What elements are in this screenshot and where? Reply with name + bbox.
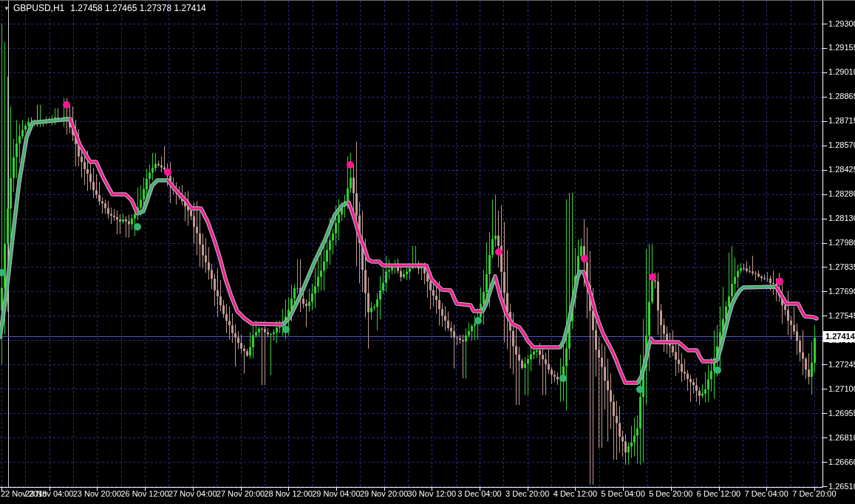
time-scale-label: 27 Nov 04:00 bbox=[168, 489, 217, 498]
time-scale-label: 26 Nov 12:00 bbox=[120, 489, 168, 498]
price-scale-label: 1.28570 bbox=[828, 140, 855, 149]
price-scale[interactable]: 1.293001.291551.290101.288651.287151.285… bbox=[827, 1, 855, 487]
chart-plot-area[interactable] bbox=[0, 1, 855, 504]
time-scale-label: 5 Dec 20:00 bbox=[649, 489, 692, 498]
price-scale-label: 1.27100 bbox=[828, 384, 855, 393]
time-scale-label: 29 Nov 20:00 bbox=[360, 489, 408, 498]
time-scale-label: 5 Dec 04:00 bbox=[601, 489, 644, 498]
time-scale-label: 27 Nov 20:00 bbox=[217, 489, 265, 498]
time-scale-label: 3 Dec 04:00 bbox=[457, 489, 501, 498]
time-scale[interactable]: 22 Nov 201823 Nov 04:0023 Nov 20:0026 No… bbox=[0, 489, 855, 503]
symbol-timeframe-text: GBPUSD,H1 bbox=[13, 3, 64, 13]
chart-window: ▼GBPUSD,H11.27458 1.27465 1.27378 1.2741… bbox=[0, 0, 855, 504]
price-scale-label: 1.27245 bbox=[828, 360, 855, 369]
price-scale-label: 1.29010 bbox=[828, 67, 855, 76]
price-scale-label: 1.28280 bbox=[828, 189, 855, 198]
time-scale-label: 7 Dec 20:00 bbox=[792, 489, 836, 498]
price-scale-label: 1.27690 bbox=[828, 287, 855, 296]
ohlc-values-text: 1.27458 1.27465 1.27378 1.27414 bbox=[70, 3, 206, 13]
time-scale-label: 6 Dec 12:00 bbox=[697, 489, 740, 498]
time-scale-label: 23 Nov 04:00 bbox=[25, 489, 73, 498]
time-scale-label: 30 Nov 12:00 bbox=[408, 489, 456, 498]
price-scale-label: 1.26810 bbox=[828, 433, 855, 442]
chart-symbol-ohlc-label: ▼GBPUSD,H11.27458 1.27465 1.27378 1.2741… bbox=[4, 3, 206, 13]
price-scale-label: 1.28425 bbox=[828, 165, 855, 174]
triangle-down-icon: ▼ bbox=[4, 5, 10, 12]
time-scale-label: 4 Dec 12:00 bbox=[553, 489, 597, 498]
price-scale-label: 1.26955 bbox=[828, 409, 855, 418]
price-scale-label: 1.27545 bbox=[828, 311, 855, 320]
time-scale-label: 7 Dec 04:00 bbox=[745, 489, 788, 498]
price-scale-label: 1.28130 bbox=[828, 214, 855, 222]
price-scale-label: 1.29300 bbox=[828, 19, 855, 28]
price-scale-label: 1.29155 bbox=[828, 43, 855, 52]
price-scale-label: 1.28865 bbox=[828, 92, 855, 101]
current-price-tag: 1.27414 bbox=[822, 331, 855, 342]
time-scale-label: 28 Nov 12:00 bbox=[264, 489, 312, 498]
price-scale-label: 1.26660 bbox=[828, 457, 855, 466]
price-scale-label: 1.28715 bbox=[828, 116, 855, 125]
price-scale-label: 1.27835 bbox=[828, 262, 855, 271]
time-scale-label: 3 Dec 20:00 bbox=[505, 489, 549, 498]
time-scale-label: 29 Nov 04:00 bbox=[312, 489, 360, 498]
price-scale-label: 1.27980 bbox=[828, 238, 855, 247]
time-scale-label: 23 Nov 20:00 bbox=[73, 489, 121, 498]
